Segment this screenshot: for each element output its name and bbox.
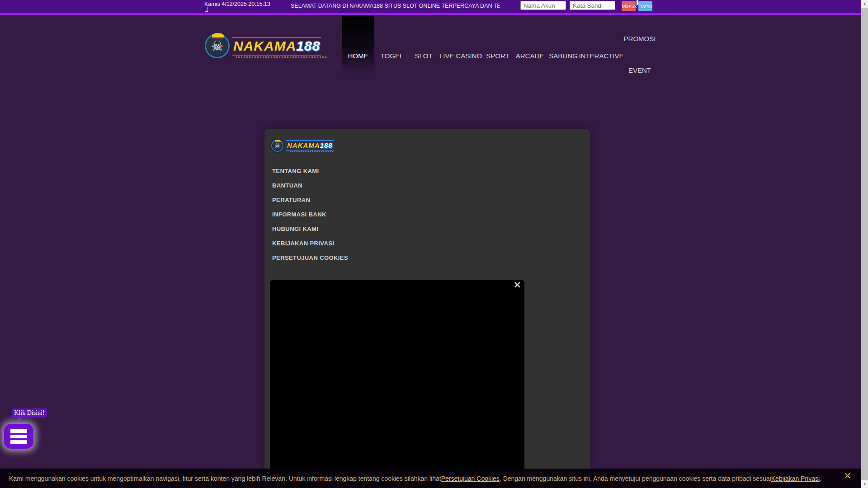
chat-tooltip: Klik Disini! xyxy=(12,408,47,418)
scrollbar-thumb[interactable] xyxy=(861,8,868,480)
cookie-consent-link[interactable]: Persetujuan Cookies xyxy=(441,475,500,482)
hamburger-icon xyxy=(10,429,27,433)
login-button[interactable]: Masuk xyxy=(622,1,636,11)
nav-item-arcade[interactable]: ARCADE xyxy=(516,52,544,60)
nav-item-promosi[interactable]: PROMOSI xyxy=(624,35,656,42)
cookie-text: Kami menggunakan cookies untuk mengoptim… xyxy=(9,475,441,482)
username-input[interactable] xyxy=(520,1,566,10)
skull-logo-icon: ☠ xyxy=(271,140,283,152)
panel-link-kebijakan-privasi[interactable]: KEBIJAKAN PRIVASI xyxy=(272,240,334,247)
nav-item-slot[interactable]: SLOT xyxy=(415,52,432,60)
scroll-down-icon[interactable]: ▼ xyxy=(861,480,868,488)
chain-decoration xyxy=(290,151,333,152)
panel-link-hubungi-kami[interactable]: HUBUNGI KAMI xyxy=(272,226,318,232)
video-embed[interactable]: ✕ xyxy=(270,280,524,488)
scrollbar[interactable]: ▲ ▼ xyxy=(861,0,868,488)
site-logo[interactable]: ☠ NAKAMA188 xyxy=(205,33,321,59)
accent-line xyxy=(0,13,861,15)
nav-item-live-casino[interactable]: LIVE CASINO xyxy=(439,52,482,60)
close-icon[interactable]: ✕ xyxy=(513,280,521,290)
clock-icon xyxy=(205,7,208,12)
cookie-banner: Kami menggunakan cookies untuk mengoptim… xyxy=(0,469,861,488)
brand-number: 188 xyxy=(296,38,320,53)
panel-link-bantuan[interactable]: BANTUAN xyxy=(272,183,302,189)
welcome-marquee: SELAMAT DATANG DI NAKAMA188 SITUS SLOT O… xyxy=(291,3,500,10)
cookie-text: . xyxy=(820,475,821,482)
nav-item-sabung[interactable]: SABUNG xyxy=(549,52,577,60)
scroll-up-icon[interactable]: ▲ xyxy=(861,0,868,8)
privacy-policy-link[interactable]: Kebijakan Privasi xyxy=(771,475,820,482)
straw-hat-icon xyxy=(212,33,224,38)
panel-link-tentang-kami[interactable]: TENTANG KAMI xyxy=(272,168,319,174)
skull-logo-icon: ☠ xyxy=(205,33,230,58)
nav-item-event[interactable]: EVENT xyxy=(628,67,651,74)
page-viewport: Kamis 4/12/2025 20:15:13 SELAMAT DATANG … xyxy=(0,0,868,488)
panel-link-informasi-bank[interactable]: INFORMASI BANK xyxy=(272,211,326,218)
chain-decoration xyxy=(236,56,326,58)
close-icon[interactable]: ✕ xyxy=(844,469,851,482)
straw-hat-icon xyxy=(275,140,281,142)
panel-link-peraturan[interactable]: PERATURAN xyxy=(272,197,310,203)
nav-item-interactive[interactable]: INTERACTIVE xyxy=(579,52,623,60)
nav-item-sport[interactable]: SPORT xyxy=(486,52,509,60)
nav-item-togel[interactable]: TOGEL xyxy=(381,52,404,60)
chat-widget-button[interactable] xyxy=(4,424,33,449)
panel-link-persetujuan-cookies[interactable]: PERSETUJUAN COOKIES xyxy=(272,255,348,261)
top-bar: Kamis 4/12/2025 20:15:13 SELAMAT DATANG … xyxy=(0,0,861,13)
cookie-text: . Dengan menggunakan situs ini, Anda men… xyxy=(500,475,771,482)
register-button[interactable]: Daftar xyxy=(638,1,652,11)
nav-item-home[interactable]: HOME xyxy=(348,52,368,60)
brand-name: NAKAMA xyxy=(233,38,296,53)
datetime-text: Kamis 4/12/2025 20:15:13 xyxy=(204,1,270,7)
password-input[interactable] xyxy=(570,1,615,10)
info-panel: ☠ NAKAMA188 TENTANG KAMI BANTUAN PERATUR… xyxy=(264,129,590,488)
nav-active-highlight xyxy=(342,15,374,75)
panel-logo: ☠ NAKAMA188 xyxy=(271,139,334,152)
